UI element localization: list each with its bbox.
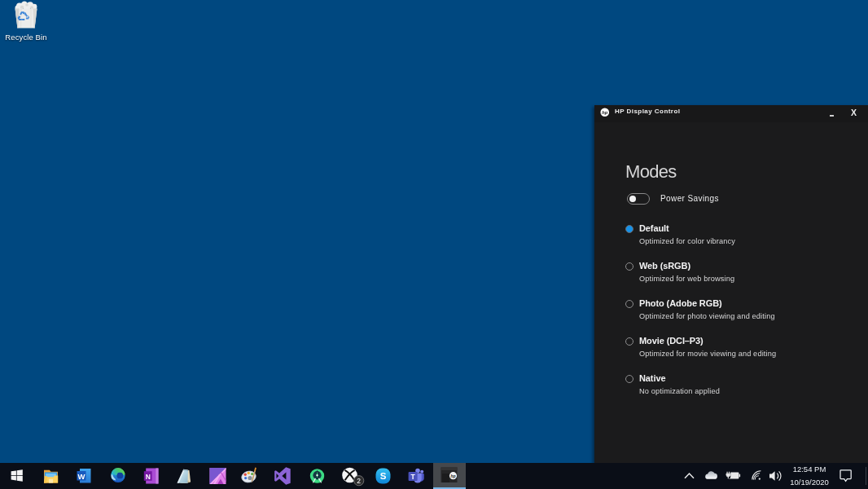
svg-text:W: W [78, 472, 85, 481]
svg-text:N: N [146, 473, 151, 481]
svg-text:T: T [410, 473, 415, 481]
svg-text:S: S [380, 471, 387, 481]
svg-text:2: 2 [357, 477, 361, 485]
svg-text:hp: hp [450, 474, 455, 478]
svg-text:hp: hp [602, 110, 607, 115]
